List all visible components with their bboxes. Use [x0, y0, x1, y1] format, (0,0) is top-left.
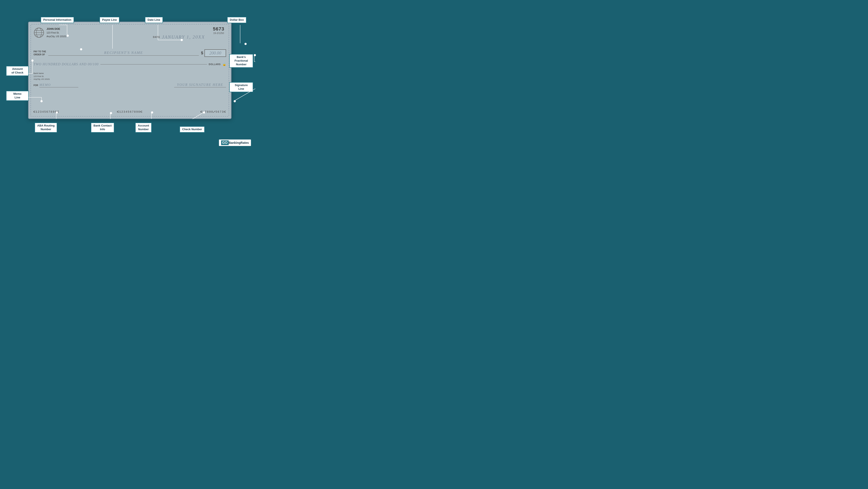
- for-label: FOR: [34, 84, 38, 87]
- written-amount: TWO HUNDRED DOLLARS AND 00/100: [34, 62, 99, 66]
- dot-amount: [31, 60, 34, 62]
- written-amount-section: TWO HUNDRED DOLLARS AND 00/100 DOLLARS 🔒: [34, 62, 226, 66]
- account-address1: 123 First St.: [46, 31, 66, 35]
- dot-dollar-box: [245, 43, 247, 45]
- personal-info-text: JOHN DOE 123 First St. AnyCity, US 10101: [46, 27, 66, 38]
- dot-personal-info: [67, 35, 69, 37]
- dot-memo: [40, 100, 42, 102]
- dollars-label: DOLLARS: [209, 63, 221, 66]
- lock-icon: 🔒: [222, 63, 226, 66]
- fractional-number: 19-2/1250: [213, 32, 224, 34]
- signature-line: YOUR SIGNATURE HERE: [174, 83, 226, 87]
- dot-check-num: [203, 111, 205, 113]
- label-signature-line: SignatureLine: [229, 82, 253, 92]
- label-memo-line: MemoLine: [6, 91, 29, 101]
- label-bank-contact: Bank ContactInfo: [91, 123, 114, 133]
- check-number-value: 5673: [213, 26, 224, 32]
- check: 5673 19-2/1250 JOHN DOE 123 First St. An…: [28, 22, 231, 119]
- check-number-display: 5673 19-2/1250: [213, 26, 224, 34]
- memo-area: FOR MEMO: [34, 83, 78, 87]
- micr-bank: ⑆1234567890⑆: [117, 110, 143, 113]
- globe-icon: [34, 27, 44, 38]
- label-aba-routing: ABA RoutingNumber: [35, 123, 57, 133]
- memo-line: MEMO: [39, 83, 78, 87]
- logo-go: GO: [221, 140, 229, 145]
- micr-routing: ⑆1234567890⑆: [34, 110, 59, 113]
- date-label: DATE: [153, 36, 160, 38]
- dot-payee: [80, 48, 82, 51]
- dollar-box: 200.00: [205, 49, 226, 57]
- micr-section: ⑆1234567890⑆ ⑆1234567890⑆ ⑆:7890⑇5673⑆: [34, 110, 226, 113]
- pay-to-section: PAY TO THEORDER OF RECIPIENT'S NAME $ 20…: [34, 49, 226, 57]
- dollar-box-section: $ 200.00: [201, 49, 226, 57]
- dot-aba: [56, 111, 58, 113]
- label-amount-of-check: Amountof Check: [6, 66, 29, 76]
- pay-to-label: PAY TO THEORDER OF: [34, 50, 46, 56]
- label-banks-fractional: Bank'sFractionalNumber: [229, 54, 253, 68]
- label-payee-line: Payee Line: [99, 17, 119, 23]
- date-value: JANUARY 1, 20XX: [162, 34, 205, 40]
- dollar-sign: $: [201, 51, 203, 55]
- bank-name: Bank Name: [34, 72, 50, 75]
- dot-account: [151, 111, 153, 113]
- label-date-line: Date Line: [145, 17, 163, 23]
- bank-address2: AnyCity, US 10101: [34, 78, 50, 81]
- logo-area: GO BankingRates: [219, 139, 251, 146]
- dot-date: [181, 39, 183, 41]
- account-address2: AnyCity, US 10101: [46, 35, 66, 38]
- bank-address1: 123 First St.: [34, 75, 50, 78]
- dot-fractional: [254, 54, 256, 56]
- label-personal-information: Personal Information: [41, 17, 74, 23]
- logo-banking: BankingRates: [229, 141, 249, 144]
- dot-bank-contact: [110, 112, 112, 114]
- label-dollar-box: Dollar Box: [227, 17, 246, 23]
- personal-info-area: JOHN DOE 123 First St. AnyCity, US 10101: [34, 27, 66, 38]
- label-account-number: AccountNumber: [135, 123, 152, 133]
- dot-signature: [234, 100, 236, 102]
- label-check-number: Check Number: [180, 126, 205, 133]
- memo-sig-section: FOR MEMO YOUR SIGNATURE HERE: [34, 83, 226, 87]
- bank-info-section: Bank Name 123 First St. AnyCity, US 1010…: [34, 72, 50, 81]
- account-holder-name: JOHN DOE: [46, 27, 66, 31]
- date-area: DATE JANUARY 1, 20XX: [153, 34, 205, 40]
- recipient-line: RECIPIENT'S NAME: [48, 51, 199, 56]
- page-wrapper: 5673 19-2/1250 JOHN DOE 123 First St. An…: [4, 4, 255, 150]
